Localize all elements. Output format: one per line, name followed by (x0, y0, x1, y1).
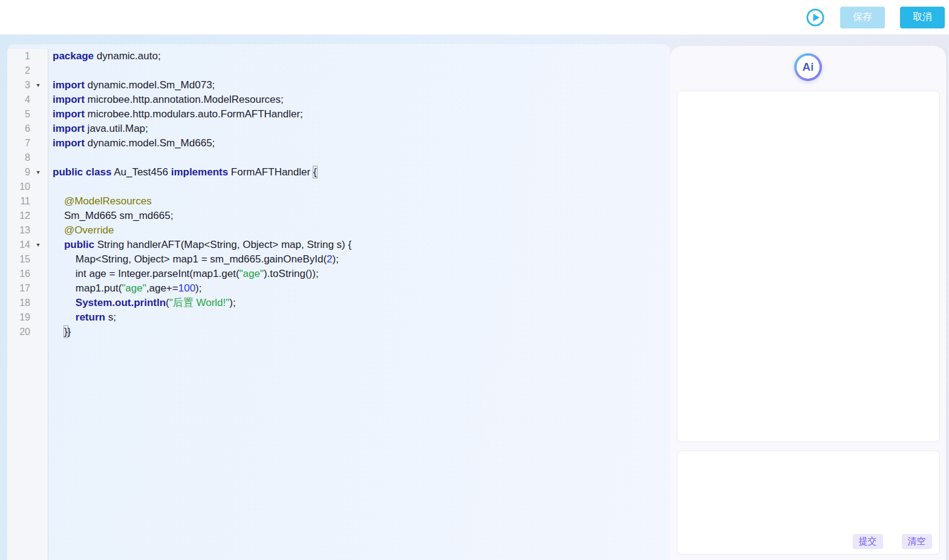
code-text[interactable]: import java.util.Map; (48, 122, 670, 136)
line-number: 15 (7, 252, 30, 267)
code-line[interactable]: 9▾public class Au_Test456 implements For… (7, 165, 670, 180)
code-line[interactable]: 18 System.out.println("后置 World!"); (7, 296, 670, 310)
code-line[interactable]: 15 Map<String, Object> map1 = sm_md665.g… (7, 252, 670, 267)
code-line[interactable]: 6import java.util.Map; (7, 122, 670, 136)
editor-empty-space[interactable] (7, 339, 670, 560)
code-text[interactable]: Map<String, Object> map1 = sm_md665.gain… (48, 252, 670, 267)
gutter: 19 (7, 310, 48, 325)
code-line[interactable]: 20 }} (7, 325, 670, 339)
code-line[interactable]: 7import dynamic.model.Sm_Md665; (7, 136, 670, 151)
line-number: 2 (7, 63, 30, 78)
line-number: 17 (7, 281, 30, 296)
ai-panel-actions: 提交 清空 (853, 534, 932, 549)
code-text[interactable]: System.out.println("后置 World!"); (48, 296, 670, 310)
toolbar: 保存 取消 (0, 0, 949, 34)
gutter: 7 (7, 136, 48, 151)
line-number: 8 (7, 151, 30, 165)
gutter: 3▾ (7, 78, 48, 93)
gutter: 11 (7, 194, 48, 209)
fold-arrow-icon[interactable]: ▾ (30, 165, 46, 180)
code-text[interactable]: Sm_Md665 sm_md665; (48, 209, 670, 223)
gutter: 20 (7, 325, 48, 339)
code-lines[interactable]: 1package dynamic.auto;23▾import dynamic.… (7, 44, 670, 339)
gutter: 17 (7, 281, 48, 296)
ai-logo-icon: Ai (794, 53, 822, 81)
line-number: 18 (7, 296, 30, 310)
code-line[interactable]: 4import microbee.http.annotation.ModelRe… (7, 93, 670, 107)
fold-arrow-icon[interactable]: ▾ (30, 238, 46, 252)
code-text[interactable]: }} (48, 325, 670, 339)
ai-input-panel[interactable]: 提交 清空 (677, 451, 940, 555)
gutter: 5 (7, 107, 48, 122)
line-number: 11 (7, 194, 30, 209)
gutter: 16 (7, 267, 48, 281)
line-number: 4 (7, 93, 30, 107)
code-text[interactable] (48, 63, 670, 78)
code-line[interactable]: 11 @ModelResources (7, 194, 670, 209)
code-text[interactable]: int age = Integer.parseInt(map1.get("age… (48, 267, 670, 281)
code-text[interactable]: public class Au_Test456 implements FormA… (48, 165, 670, 180)
gutter: 18 (7, 296, 48, 310)
play-circle-icon (806, 8, 825, 27)
code-line[interactable]: 1package dynamic.auto; (7, 49, 670, 63)
gutter: 4 (7, 93, 48, 107)
code-text[interactable] (48, 180, 670, 194)
line-number: 16 (7, 267, 30, 281)
cancel-button[interactable]: 取消 (900, 7, 945, 28)
line-number: 19 (7, 310, 30, 325)
code-text[interactable]: import microbee.http.modulars.auto.FormA… (48, 107, 670, 122)
gutter: 2 (7, 63, 48, 78)
code-text[interactable]: import microbee.http.annotation.ModelRes… (48, 93, 670, 107)
code-line[interactable]: 12 Sm_Md665 sm_md665; (7, 209, 670, 223)
code-line[interactable]: 16 int age = Integer.parseInt(map1.get("… (7, 267, 670, 281)
toolbar-actions: 保存 取消 (806, 7, 945, 28)
code-text[interactable]: return s; (48, 310, 670, 325)
code-line[interactable]: 5import microbee.http.modulars.auto.Form… (7, 107, 670, 122)
ai-output-panel (677, 91, 940, 442)
code-line[interactable]: 13 @Override (7, 223, 670, 238)
gutter: 1 (7, 49, 48, 63)
line-number: 12 (7, 209, 30, 223)
gutter: 14▾ (7, 238, 48, 252)
gutter: 15 (7, 252, 48, 267)
code-line[interactable]: 8 (7, 151, 670, 165)
line-number: 3 (7, 78, 30, 93)
code-text[interactable]: map1.put("age",age+=100); (48, 281, 670, 296)
gutter: 12 (7, 209, 48, 223)
gutter: 9▾ (7, 165, 48, 180)
code-text[interactable] (48, 151, 670, 165)
line-number: 13 (7, 223, 30, 238)
gutter (7, 339, 48, 560)
line-number: 6 (7, 122, 30, 136)
code-line[interactable]: 14▾ public String handlerAFT(Map<String,… (7, 238, 670, 252)
code-text[interactable]: @Override (48, 223, 670, 238)
code-line[interactable]: 19 return s; (7, 310, 670, 325)
code-text[interactable]: public String handlerAFT(Map<String, Obj… (48, 238, 670, 252)
content-area: 1package dynamic.auto;23▾import dynamic.… (0, 34, 949, 560)
gutter: 6 (7, 122, 48, 136)
code-text[interactable]: package dynamic.auto; (48, 49, 670, 63)
line-number: 5 (7, 107, 30, 122)
code-editor[interactable]: 1package dynamic.auto;23▾import dynamic.… (7, 44, 670, 560)
ai-panel: Ai 提交 清空 (670, 46, 946, 560)
code-line[interactable]: 10 (7, 180, 670, 194)
submit-button[interactable]: 提交 (853, 534, 883, 549)
code-line[interactable]: 17 map1.put("age",age+=100); (7, 281, 670, 296)
save-button[interactable]: 保存 (840, 7, 885, 28)
line-number: 20 (7, 325, 30, 339)
ai-logo-text: Ai (803, 60, 814, 74)
fold-arrow-icon[interactable]: ▾ (30, 78, 46, 93)
code-line[interactable]: 2 (7, 63, 670, 78)
clear-button[interactable]: 清空 (902, 534, 932, 549)
code-text[interactable]: @ModelResources (48, 194, 670, 209)
code-text[interactable]: import dynamic.model.Sm_Md665; (48, 136, 670, 151)
gutter: 8 (7, 151, 48, 165)
code-text[interactable]: import dynamic.model.Sm_Md073; (48, 78, 670, 93)
run-button[interactable] (806, 8, 825, 27)
line-number: 7 (7, 136, 30, 151)
gutter: 13 (7, 223, 48, 238)
code-line[interactable]: 3▾import dynamic.model.Sm_Md073; (7, 78, 670, 93)
line-number: 14 (7, 238, 30, 252)
line-number: 1 (7, 49, 30, 63)
gutter: 10 (7, 180, 48, 194)
